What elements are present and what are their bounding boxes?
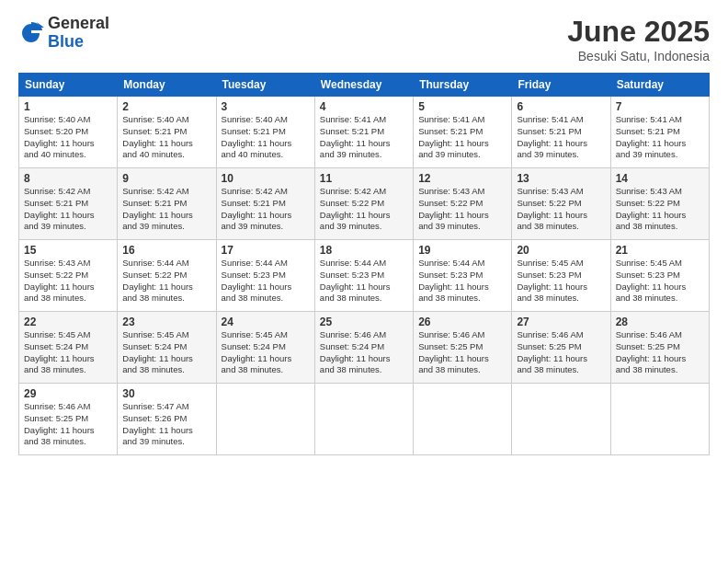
table-row: 4Sunrise: 5:41 AMSunset: 5:21 PMDaylight… (314, 97, 413, 168)
day-number: 27 (517, 316, 605, 328)
week-row-4: 22Sunrise: 5:45 AMSunset: 5:24 PMDayligh… (19, 312, 710, 384)
table-row: 17Sunrise: 5:44 AMSunset: 5:23 PMDayligh… (216, 240, 314, 312)
table-row: 14Sunrise: 5:43 AMSunset: 5:22 PMDayligh… (610, 168, 709, 240)
day-info: Sunrise: 5:40 AMSunset: 5:21 PMDaylight:… (222, 114, 310, 161)
col-friday: Friday (512, 74, 610, 97)
calendar: Sunday Monday Tuesday Wednesday Thursday… (18, 73, 710, 455)
table-row: 18Sunrise: 5:44 AMSunset: 5:23 PMDayligh… (314, 240, 413, 312)
table-row: 12Sunrise: 5:43 AMSunset: 5:22 PMDayligh… (414, 168, 512, 240)
header: General Blue June 2025 Besuki Satu, Indo… (18, 15, 710, 63)
day-info: Sunrise: 5:45 AMSunset: 5:23 PMDaylight:… (517, 258, 605, 304)
table-row: 11Sunrise: 5:42 AMSunset: 5:22 PMDayligh… (314, 168, 413, 240)
col-wednesday: Wednesday (314, 74, 413, 97)
logo-icon (18, 20, 44, 46)
day-number: 26 (418, 316, 506, 328)
day-info: Sunrise: 5:41 AMSunset: 5:21 PMDaylight:… (517, 114, 605, 161)
col-saturday: Saturday (610, 74, 709, 97)
logo: General Blue (18, 15, 109, 52)
table-row: 7Sunrise: 5:41 AMSunset: 5:21 PMDaylight… (610, 97, 709, 168)
week-row-3: 15Sunrise: 5:43 AMSunset: 5:22 PMDayligh… (19, 240, 710, 312)
day-number: 10 (222, 172, 310, 185)
day-number: 13 (517, 172, 605, 185)
logo-general: General (48, 15, 109, 33)
day-info: Sunrise: 5:46 AMSunset: 5:25 PMDaylight:… (418, 329, 506, 376)
day-number: 19 (418, 244, 506, 257)
day-info: Sunrise: 5:43 AMSunset: 5:22 PMDaylight:… (24, 258, 112, 304)
table-row (216, 384, 314, 455)
day-info: Sunrise: 5:45 AMSunset: 5:24 PMDaylight:… (24, 329, 112, 376)
week-row-1: 1Sunrise: 5:40 AMSunset: 5:20 PMDaylight… (19, 97, 710, 168)
day-number: 3 (222, 100, 310, 113)
day-info: Sunrise: 5:42 AMSunset: 5:22 PMDaylight:… (320, 186, 408, 233)
table-row: 8Sunrise: 5:42 AMSunset: 5:21 PMDaylight… (19, 168, 118, 240)
day-info: Sunrise: 5:43 AMSunset: 5:22 PMDaylight:… (517, 186, 605, 233)
table-row: 6Sunrise: 5:41 AMSunset: 5:21 PMDaylight… (512, 97, 610, 168)
day-number: 6 (517, 100, 605, 113)
day-info: Sunrise: 5:41 AMSunset: 5:21 PMDaylight:… (616, 114, 704, 161)
day-number: 12 (418, 172, 506, 185)
logo-text: General Blue (48, 15, 109, 52)
table-row (610, 384, 709, 455)
col-monday: Monday (118, 74, 216, 97)
day-number: 20 (517, 244, 605, 257)
table-row (414, 384, 512, 455)
week-row-2: 8Sunrise: 5:42 AMSunset: 5:21 PMDaylight… (19, 168, 710, 240)
day-info: Sunrise: 5:41 AMSunset: 5:21 PMDaylight:… (418, 114, 506, 161)
table-row: 16Sunrise: 5:44 AMSunset: 5:22 PMDayligh… (118, 240, 216, 312)
col-sunday: Sunday (19, 74, 118, 97)
day-info: Sunrise: 5:45 AMSunset: 5:23 PMDaylight:… (616, 258, 704, 304)
day-info: Sunrise: 5:42 AMSunset: 5:21 PMDaylight:… (24, 186, 112, 233)
day-number: 21 (616, 244, 704, 257)
day-info: Sunrise: 5:45 AMSunset: 5:24 PMDaylight:… (122, 329, 210, 376)
table-row: 25Sunrise: 5:46 AMSunset: 5:24 PMDayligh… (314, 312, 413, 384)
day-info: Sunrise: 5:40 AMSunset: 5:20 PMDaylight:… (24, 114, 112, 161)
day-number: 25 (320, 316, 408, 328)
day-number: 29 (24, 387, 112, 400)
day-number: 18 (320, 244, 408, 257)
table-row: 23Sunrise: 5:45 AMSunset: 5:24 PMDayligh… (118, 312, 216, 384)
table-row: 28Sunrise: 5:46 AMSunset: 5:25 PMDayligh… (610, 312, 709, 384)
title-block: June 2025 Besuki Satu, Indonesia (567, 15, 710, 63)
day-number: 23 (122, 316, 210, 328)
day-number: 22 (24, 316, 112, 328)
day-number: 7 (616, 100, 704, 113)
calendar-header-row: Sunday Monday Tuesday Wednesday Thursday… (19, 74, 710, 97)
table-row: 21Sunrise: 5:45 AMSunset: 5:23 PMDayligh… (610, 240, 709, 312)
day-number: 8 (24, 172, 112, 185)
day-number: 15 (24, 244, 112, 257)
day-number: 9 (122, 172, 210, 185)
table-row: 3Sunrise: 5:40 AMSunset: 5:21 PMDaylight… (216, 97, 314, 168)
day-number: 11 (320, 172, 408, 185)
table-row: 2Sunrise: 5:40 AMSunset: 5:21 PMDaylight… (118, 97, 216, 168)
day-info: Sunrise: 5:46 AMSunset: 5:25 PMDaylight:… (616, 329, 704, 376)
day-number: 28 (616, 316, 704, 328)
table-row (314, 384, 413, 455)
day-info: Sunrise: 5:42 AMSunset: 5:21 PMDaylight:… (122, 186, 210, 233)
table-row: 9Sunrise: 5:42 AMSunset: 5:21 PMDaylight… (118, 168, 216, 240)
table-row: 30Sunrise: 5:47 AMSunset: 5:26 PMDayligh… (118, 384, 216, 455)
day-number: 24 (222, 316, 310, 328)
day-info: Sunrise: 5:40 AMSunset: 5:21 PMDaylight:… (122, 114, 210, 161)
table-row: 24Sunrise: 5:45 AMSunset: 5:24 PMDayligh… (216, 312, 314, 384)
table-row: 5Sunrise: 5:41 AMSunset: 5:21 PMDaylight… (414, 97, 512, 168)
day-info: Sunrise: 5:46 AMSunset: 5:24 PMDaylight:… (320, 329, 408, 376)
week-row-5: 29Sunrise: 5:46 AMSunset: 5:25 PMDayligh… (19, 384, 710, 455)
table-row: 13Sunrise: 5:43 AMSunset: 5:22 PMDayligh… (512, 168, 610, 240)
table-row: 1Sunrise: 5:40 AMSunset: 5:20 PMDaylight… (19, 97, 118, 168)
table-row: 19Sunrise: 5:44 AMSunset: 5:23 PMDayligh… (414, 240, 512, 312)
main-title: June 2025 (567, 15, 710, 49)
table-row: 15Sunrise: 5:43 AMSunset: 5:22 PMDayligh… (19, 240, 118, 312)
day-info: Sunrise: 5:43 AMSunset: 5:22 PMDaylight:… (616, 186, 704, 233)
day-info: Sunrise: 5:46 AMSunset: 5:25 PMDaylight:… (24, 401, 112, 448)
page: General Blue June 2025 Besuki Satu, Indo… (0, 0, 728, 563)
day-number: 4 (320, 100, 408, 113)
table-row: 29Sunrise: 5:46 AMSunset: 5:25 PMDayligh… (19, 384, 118, 455)
logo-blue: Blue (48, 33, 109, 52)
day-info: Sunrise: 5:44 AMSunset: 5:22 PMDaylight:… (122, 258, 210, 304)
day-number: 5 (418, 100, 506, 113)
day-info: Sunrise: 5:47 AMSunset: 5:26 PMDaylight:… (122, 401, 210, 448)
table-row: 10Sunrise: 5:42 AMSunset: 5:21 PMDayligh… (216, 168, 314, 240)
table-row: 22Sunrise: 5:45 AMSunset: 5:24 PMDayligh… (19, 312, 118, 384)
day-info: Sunrise: 5:44 AMSunset: 5:23 PMDaylight:… (222, 258, 310, 304)
table-row: 20Sunrise: 5:45 AMSunset: 5:23 PMDayligh… (512, 240, 610, 312)
